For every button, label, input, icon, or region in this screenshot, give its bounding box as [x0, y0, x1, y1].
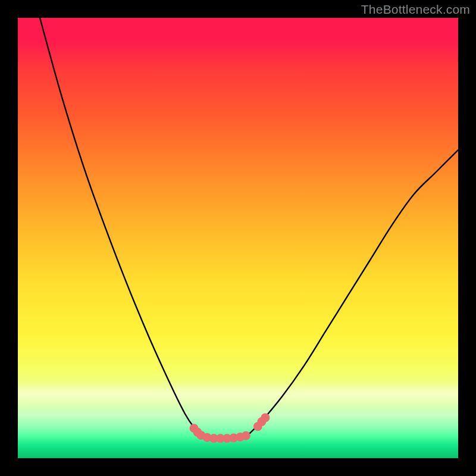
data-marker [236, 433, 245, 441]
data-marker [261, 413, 270, 422]
marker-group [190, 413, 270, 443]
chart-frame: TheBottleneck.com [0, 0, 476, 476]
chart-svg [18, 18, 458, 458]
watermark-text: TheBottleneck.com [361, 2, 470, 17]
data-marker [253, 422, 262, 431]
data-marker [209, 434, 218, 443]
pale-band [18, 381, 458, 407]
bottleneck-curve [40, 18, 458, 439]
data-marker [203, 433, 212, 442]
data-marker [223, 434, 231, 443]
curve-group [40, 18, 458, 439]
plot-area [18, 18, 458, 458]
data-marker [257, 417, 266, 426]
data-marker [229, 433, 238, 442]
data-marker [216, 434, 225, 443]
data-marker [190, 424, 199, 433]
data-marker [196, 431, 205, 440]
data-marker [242, 431, 250, 440]
data-marker [193, 428, 202, 437]
